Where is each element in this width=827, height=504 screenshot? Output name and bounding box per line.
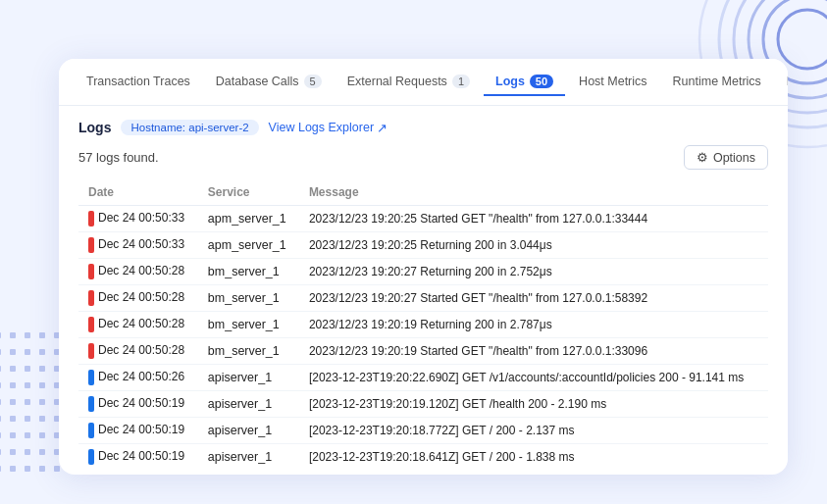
svg-rect-14 — [39, 349, 45, 355]
cell-message-3: 2023/12/23 19:20:27 Started GET "/health… — [299, 285, 768, 312]
svg-rect-19 — [39, 366, 45, 372]
cell-service-5: bm_server_1 — [198, 338, 299, 365]
cell-date-3: Dec 24 00:50:28 — [78, 285, 198, 312]
svg-rect-50 — [54, 466, 60, 472]
cell-service-1: apm_server_1 — [198, 232, 299, 259]
gear-icon: ⚙ — [697, 150, 708, 165]
svg-rect-21 — [0, 382, 1, 388]
col-header-service: Service — [198, 179, 299, 206]
cell-message-1: 2023/12/23 19:20:25 Returning 200 in 3.0… — [299, 232, 768, 259]
table-row[interactable]: Dec 24 00:50:19apiserver_1[2023-12-23T19… — [78, 391, 768, 418]
cell-service-4: bm_server_1 — [198, 312, 299, 338]
tab-host-metrics[interactable]: Host Metrics — [567, 69, 658, 96]
options-button[interactable]: ⚙ Options — [684, 145, 768, 170]
svg-rect-49 — [39, 466, 45, 472]
main-card: Transaction TracesDatabase Calls5Externa… — [59, 59, 788, 475]
tab-database-calls[interactable]: Database Calls5 — [204, 69, 334, 96]
logs-table: DateServiceMessage Dec 24 00:50:33apm_se… — [78, 179, 768, 465]
cell-service-3: bm_server_1 — [198, 285, 299, 312]
cell-date-1: Dec 24 00:50:33 — [78, 232, 198, 259]
cell-date-7: Dec 24 00:50:19 — [78, 391, 198, 418]
col-header-date: Date — [78, 179, 198, 206]
cell-service-2: bm_server_1 — [198, 259, 299, 285]
tab-label-transaction-traces: Transaction Traces — [86, 75, 190, 88]
svg-rect-41 — [0, 449, 1, 455]
svg-rect-9 — [39, 332, 45, 338]
cell-message-4: 2023/12/23 19:20:19 Returning 200 in 2.7… — [299, 312, 768, 338]
svg-rect-47 — [10, 466, 16, 472]
cell-service-9: apiserver_1 — [198, 444, 299, 466]
error-level-indicator — [88, 264, 94, 279]
table-header: DateServiceMessage — [78, 179, 768, 206]
svg-rect-11 — [0, 349, 1, 355]
view-logs-explorer-link[interactable]: View Logs Explorer ↗ — [269, 121, 388, 135]
hostname-badge: Hostname: api-server-2 — [121, 120, 258, 135]
tab-transaction-traces[interactable]: Transaction Traces — [75, 69, 202, 96]
tab-label-runtime-metrics: Runtime Metrics — [673, 75, 761, 88]
svg-rect-22 — [10, 382, 16, 388]
table-row[interactable]: Dec 24 00:50:33apm_server_12023/12/23 19… — [78, 232, 768, 259]
external-link-icon: ↗ — [377, 121, 388, 135]
svg-rect-12 — [10, 349, 16, 355]
tab-label-host-metrics: Host Metrics — [579, 75, 646, 88]
tab-request-details[interactable]: Request Details — [775, 69, 788, 96]
svg-rect-34 — [39, 416, 45, 422]
tab-badge-logs: 50 — [530, 75, 553, 88]
table-body: Dec 24 00:50:33apm_server_12023/12/23 19… — [78, 206, 768, 466]
table-row[interactable]: Dec 24 00:50:19apiserver_1[2023-12-23T19… — [78, 444, 768, 466]
logs-count: 57 logs found. — [78, 150, 159, 165]
tab-label-logs: Logs — [495, 75, 525, 88]
table-row[interactable]: Dec 24 00:50:28bm_server_12023/12/23 19:… — [78, 312, 768, 338]
error-level-indicator — [88, 237, 94, 253]
cell-message-8: [2023-12-23T19:20:18.772Z] GET / 200 - 2… — [299, 418, 768, 444]
cell-message-9: [2023-12-23T19:20:18.641Z] GET / 200 - 1… — [299, 444, 768, 466]
cell-message-6: [2023-12-23T19:20:22.690Z] GET /v1/accou… — [299, 365, 768, 391]
tab-badge-database-calls: 5 — [304, 75, 322, 88]
table-row[interactable]: Dec 24 00:50:28bm_server_12023/12/23 19:… — [78, 259, 768, 285]
cell-date-2: Dec 24 00:50:28 — [78, 259, 198, 285]
info-level-indicator — [88, 396, 94, 412]
svg-rect-31 — [0, 416, 1, 422]
svg-rect-7 — [10, 332, 16, 338]
tab-badge-external-requests: 1 — [452, 75, 470, 88]
cell-message-2: 2023/12/23 19:20:27 Returning 200 in 2.7… — [299, 259, 768, 285]
cell-service-8: apiserver_1 — [198, 418, 299, 444]
svg-rect-28 — [25, 399, 30, 405]
svg-rect-39 — [39, 432, 45, 438]
svg-rect-18 — [25, 366, 30, 372]
table-row[interactable]: Dec 24 00:50:28bm_server_12023/12/23 19:… — [78, 285, 768, 312]
tab-label-request-details: Request Details — [787, 75, 788, 88]
svg-rect-24 — [39, 382, 45, 388]
stats-row: 57 logs found. ⚙ Options — [78, 145, 768, 170]
logs-table-wrapper: DateServiceMessage Dec 24 00:50:33apm_se… — [78, 179, 768, 465]
tab-runtime-metrics[interactable]: Runtime Metrics — [661, 69, 773, 96]
info-level-indicator — [88, 449, 94, 465]
svg-rect-37 — [10, 432, 16, 438]
error-level-indicator — [88, 290, 94, 306]
cell-date-6: Dec 24 00:50:26 — [78, 365, 198, 391]
col-header-message: Message — [299, 179, 768, 206]
table-row[interactable]: Dec 24 00:50:19apiserver_1[2023-12-23T19… — [78, 418, 768, 444]
error-level-indicator — [88, 317, 94, 332]
table-row[interactable]: Dec 24 00:50:28bm_server_12023/12/23 19:… — [78, 338, 768, 365]
svg-rect-36 — [0, 432, 1, 438]
svg-rect-48 — [25, 466, 30, 472]
table-row[interactable]: Dec 24 00:50:26apiserver_1[2023-12-23T19… — [78, 365, 768, 391]
table-row[interactable]: Dec 24 00:50:33apm_server_12023/12/23 19… — [78, 206, 768, 232]
error-level-indicator — [88, 211, 94, 227]
tab-label-external-requests: External Requests — [347, 75, 447, 88]
svg-rect-33 — [25, 416, 30, 422]
error-level-indicator — [88, 343, 94, 359]
svg-rect-17 — [10, 366, 16, 372]
tab-external-requests[interactable]: External Requests1 — [336, 69, 482, 96]
logs-section-title: Logs — [78, 120, 111, 135]
cell-message-0: 2023/12/23 19:20:25 Started GET "/health… — [299, 206, 768, 232]
svg-rect-13 — [25, 349, 30, 355]
cell-service-7: apiserver_1 — [198, 391, 299, 418]
tab-logs[interactable]: Logs50 — [484, 69, 565, 96]
cell-service-6: apiserver_1 — [198, 365, 299, 391]
content-area: Logs Hostname: api-server-2 View Logs Ex… — [59, 106, 788, 475]
svg-rect-43 — [25, 449, 30, 455]
svg-rect-32 — [10, 416, 16, 422]
svg-rect-27 — [10, 399, 16, 405]
